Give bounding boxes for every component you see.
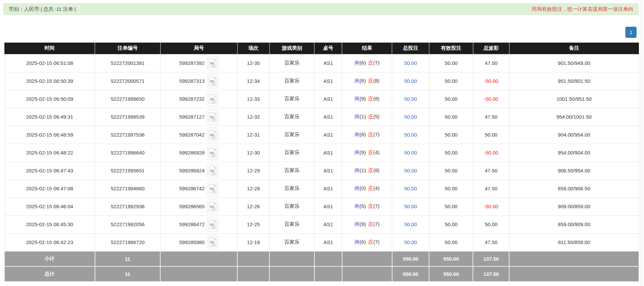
cell-valid-bet: 50.00: [429, 72, 473, 90]
cell-bet-id: 522271994660: [95, 180, 161, 197]
cell-game-type: 百家乐: [269, 233, 314, 251]
subtotal-label: 小计: [4, 251, 95, 266]
cell-total-bet[interactable]: 50.00: [392, 72, 429, 90]
cell-valid-bet: 50.00: [429, 215, 473, 233]
cell-total-bet[interactable]: 50.00: [392, 54, 429, 72]
video-file-icon: [209, 94, 216, 104]
cell-session: 12-25: [237, 215, 269, 233]
cell-total-bet[interactable]: 50.00: [392, 162, 429, 180]
subtotal-empty-cell: [237, 251, 269, 266]
cell-result: 闲(8)庄(7): [342, 126, 392, 144]
video-file-icon: [209, 112, 216, 122]
cell-round-id: 599286928: [160, 144, 237, 162]
cell-game-type: 百家乐: [269, 72, 314, 90]
table-row: 2025-02-15 06:46:04 522271992936 5992865…: [4, 197, 639, 215]
cell-time: 2025-02-15 06:50:39: [4, 72, 95, 90]
cell-total-bet[interactable]: 50.00: [392, 90, 429, 108]
result-player-value: (1): [360, 167, 366, 173]
cell-table-id: AS1: [314, 180, 342, 197]
cell-time: 2025-02-15 06:45:30: [4, 215, 95, 233]
video-file-icon: [209, 58, 216, 68]
result-player-label: 闲: [355, 78, 360, 84]
cell-time: 2025-02-15 06:42:23: [4, 233, 95, 251]
video-replay-button[interactable]: [207, 92, 218, 106]
page-button-1[interactable]: 1: [625, 27, 637, 38]
cell-total-bet[interactable]: 50.00: [392, 215, 429, 233]
result-banker-label: 庄: [368, 132, 373, 137]
video-replay-button[interactable]: [207, 235, 218, 249]
cell-time: 2025-02-15 06:47:43: [4, 162, 95, 180]
result-banker-label: 庄: [368, 149, 373, 155]
result-player-value: (1): [360, 114, 366, 119]
round-id-text: 599286565: [179, 204, 205, 209]
video-replay-button[interactable]: [207, 199, 218, 214]
cell-total-bet[interactable]: 50.00: [392, 180, 429, 197]
table-row: 2025-02-15 06:51:08 522272001391 5992873…: [4, 54, 639, 72]
round-id-text: 599287313: [179, 78, 205, 84]
video-replay-button[interactable]: [207, 127, 218, 142]
cell-session: 12-19: [237, 233, 269, 251]
total-empty-cell: [509, 266, 639, 282]
cell-bet-id: 522272001391: [95, 54, 161, 72]
subtotal-count: 11: [95, 251, 161, 266]
result-player-value: (8): [360, 132, 366, 137]
cell-result: 闲(1)庄(5): [342, 108, 392, 126]
cell-total-bet[interactable]: 50.00: [392, 197, 429, 215]
round-id-text: 599287042: [179, 132, 205, 138]
round-id-text: 599286928: [179, 150, 205, 156]
video-replay-button[interactable]: [207, 163, 218, 178]
table-row: 2025-02-15 06:48:59 522271997536 5992870…: [4, 126, 639, 144]
cell-payout: 47.50: [473, 180, 509, 197]
video-replay-button[interactable]: [207, 217, 218, 232]
video-replay-button[interactable]: [207, 110, 218, 124]
result-banker-value: (4): [373, 149, 379, 155]
cell-valid-bet: 50.00: [429, 126, 473, 144]
cell-remark: 859.00/906.50: [509, 180, 639, 197]
cell-session: 12-35: [237, 54, 269, 72]
cell-time: 2025-02-15 06:48:22: [4, 144, 95, 162]
cell-session: 12-31: [237, 126, 269, 144]
video-file-icon: [209, 76, 216, 86]
cell-table-id: AS1: [314, 90, 342, 108]
cell-valid-bet: 50.00: [429, 90, 473, 108]
table-row: 2025-02-15 06:45:30 522271992056 5992864…: [4, 215, 639, 233]
result-player-value: (6): [360, 239, 366, 245]
result-player-value: (9): [360, 149, 366, 155]
cell-remark: 954.00/1001.50: [509, 108, 639, 126]
cell-total-bet[interactable]: 50.00: [392, 144, 429, 162]
result-player-label: 闲: [355, 185, 360, 191]
result-player-label: 闲: [355, 167, 360, 173]
cell-round-id: 599287042: [160, 126, 237, 144]
cell-total-bet[interactable]: 50.00: [392, 108, 429, 126]
cell-time: 2025-02-15 06:51:08: [4, 54, 95, 72]
cell-remark: 951.50/901.50: [509, 72, 639, 90]
cell-table-id: AS1: [314, 54, 342, 72]
video-replay-button[interactable]: [207, 181, 218, 196]
result-player-value: (0): [360, 185, 366, 191]
vertical-scrollbar[interactable]: [641, 0, 644, 286]
round-id-text: 599287232: [179, 96, 205, 102]
video-replay-button[interactable]: [207, 56, 218, 71]
cell-round-id: 599286742: [160, 180, 237, 197]
cell-game-type: 百家乐: [269, 54, 314, 72]
result-banker-label: 庄: [368, 203, 373, 209]
subtotal-total-bet: 550.00: [392, 251, 429, 266]
video-replay-button[interactable]: [207, 74, 218, 89]
pagination: 1: [0, 27, 637, 38]
cell-remark: 1001.50/951.50: [509, 90, 639, 108]
cell-total-bet[interactable]: 50.00: [392, 126, 429, 144]
cell-session: 12-28: [237, 180, 269, 197]
warning-text: 同局有效投注，统一计算在该局第一张注单内: [532, 6, 633, 13]
col-header-bet-id: 注单编号: [95, 43, 161, 54]
currency-summary-text: 币别：人民币 | 总共 :11 注单 |: [9, 6, 76, 13]
video-replay-button[interactable]: [207, 145, 218, 160]
cell-session: 12-33: [237, 90, 269, 108]
cell-result: 闲(9)庄(4): [342, 144, 392, 162]
result-banker-label: 庄: [368, 239, 373, 245]
cell-total-bet[interactable]: 50.00: [392, 233, 429, 251]
result-player-value: (5): [360, 203, 366, 209]
result-player-value: (9): [360, 221, 366, 227]
result-banker-label: 庄: [368, 60, 373, 66]
video-file-icon: [209, 166, 216, 175]
video-file-icon: [209, 184, 216, 193]
